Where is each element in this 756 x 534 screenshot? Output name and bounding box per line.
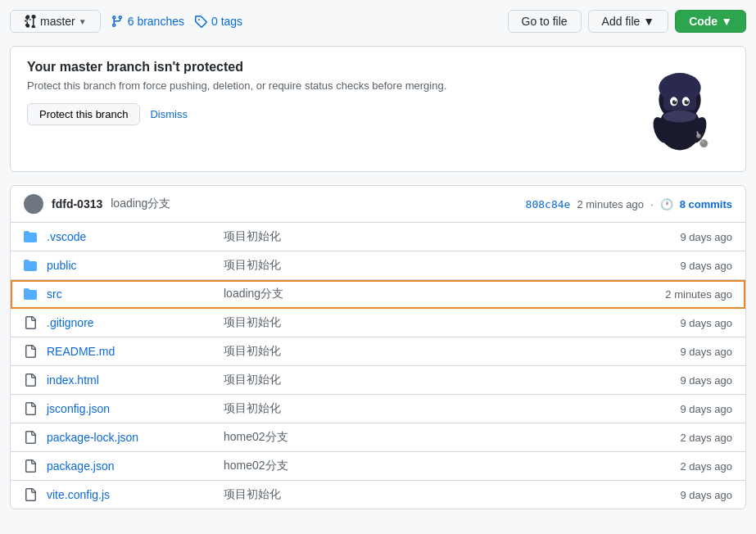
file-name[interactable]: index.html — [47, 373, 211, 387]
code-button[interactable]: Code ▼ — [675, 10, 746, 33]
commits-count: 8 commits — [680, 198, 732, 210]
commit-meta: 808c84e 2 minutes ago · 🕐 8 commits — [526, 198, 732, 210]
folder-icon — [24, 230, 40, 243]
file-message: loading分支 — [211, 287, 665, 301]
file-time: 2 minutes ago — [665, 288, 732, 301]
file-table: fdfd-0313 loading分支 808c84e 2 minutes ag… — [10, 185, 746, 509]
banner-title: Your master branch isn't protected — [27, 60, 631, 75]
table-row: README.md项目初始化9 days ago — [11, 337, 745, 366]
file-time: 9 days ago — [680, 317, 732, 329]
file-time: 9 days ago — [680, 260, 732, 272]
protection-banner: Your master branch isn't protected Prote… — [10, 46, 746, 172]
file-time: 2 days ago — [680, 460, 732, 473]
file-name[interactable]: package.json — [47, 459, 211, 473]
file-message: home02分支 — [211, 430, 680, 445]
folder-icon — [24, 287, 40, 301]
file-message: 项目初始化 — [211, 401, 680, 416]
file-name[interactable]: .vscode — [47, 230, 211, 243]
branch-icon — [24, 15, 37, 28]
file-icon — [24, 488, 40, 501]
table-row: index.html项目初始化9 days ago — [11, 366, 745, 395]
file-name[interactable]: package-lock.json — [47, 431, 211, 444]
table-row: package.jsonhome02分支2 days ago — [11, 452, 745, 481]
file-message: 项目初始化 — [211, 487, 680, 502]
commit-hash[interactable]: 808c84e — [526, 198, 571, 210]
banner-description: Protect this branch from force pushing, … — [27, 79, 631, 92]
table-row: .gitignore项目初始化9 days ago — [11, 309, 745, 337]
file-message: 项目初始化 — [211, 315, 680, 330]
file-message: 项目初始化 — [211, 344, 680, 359]
commit-time: 2 minutes ago — [577, 198, 644, 210]
file-name[interactable]: jsconfig.json — [47, 402, 211, 415]
file-name[interactable]: src — [47, 287, 211, 301]
banner-content: Your master branch isn't protected Prote… — [27, 60, 631, 125]
file-time: 9 days ago — [680, 403, 732, 415]
table-row: jsconfig.json项目初始化9 days ago — [11, 395, 745, 423]
branches-icon — [111, 15, 124, 28]
file-icon — [24, 345, 40, 358]
file-time: 9 days ago — [680, 374, 732, 387]
file-message: 项目初始化 — [211, 229, 680, 244]
file-icon — [24, 431, 40, 444]
folder-icon — [24, 259, 40, 272]
branch-selector[interactable]: master ▼ — [10, 10, 101, 33]
svg-point-6 — [672, 100, 677, 105]
clock-separator: · — [650, 198, 654, 210]
file-message: 项目初始化 — [211, 258, 680, 273]
file-message: home02分支 — [211, 459, 680, 473]
file-time: 2 days ago — [680, 432, 732, 444]
protect-branch-button[interactable]: Protect this branch — [27, 103, 140, 125]
file-icon — [24, 402, 40, 415]
avatar-icon — [24, 194, 43, 214]
svg-point-16 — [663, 111, 696, 123]
ninja-mascot — [631, 60, 729, 158]
svg-point-7 — [685, 100, 690, 105]
file-name[interactable]: README.md — [47, 345, 211, 358]
code-chevron: ▼ — [721, 15, 732, 28]
file-icon — [24, 459, 40, 473]
top-bar-actions: Go to file Add file ▼ Code ▼ — [508, 10, 746, 33]
file-icon — [24, 316, 40, 329]
file-rows: .vscode项目初始化9 days agopublic项目初始化9 days … — [11, 223, 745, 509]
file-time: 9 days ago — [680, 346, 732, 358]
commits-link[interactable]: 8 commits — [680, 198, 732, 210]
svg-point-17 — [30, 197, 37, 204]
file-icon — [24, 373, 40, 387]
file-name[interactable]: .gitignore — [47, 316, 211, 329]
table-row: .vscode项目初始化9 days ago — [11, 223, 745, 251]
file-name[interactable]: vite.config.js — [47, 488, 211, 501]
chevron-down-icon: ▼ — [79, 17, 87, 26]
commit-user[interactable]: fdfd-0313 — [52, 197, 102, 210]
table-row: srcloading分支2 minutes ago — [11, 280, 745, 309]
file-time: 9 days ago — [680, 489, 732, 501]
add-file-button[interactable]: Add file ▼ — [588, 10, 669, 33]
banner-actions: Protect this branch Dismiss — [27, 103, 631, 125]
go-to-file-button[interactable]: Go to file — [508, 10, 582, 33]
branch-name: master — [40, 15, 75, 28]
table-row: vite.config.js项目初始化9 days ago — [11, 481, 745, 509]
file-table-header: fdfd-0313 loading分支 808c84e 2 minutes ag… — [11, 186, 745, 223]
table-row: public项目初始化9 days ago — [11, 251, 745, 280]
commit-message: loading分支 — [111, 197, 170, 211]
avatar — [24, 194, 43, 214]
file-name[interactable]: public — [47, 259, 211, 272]
svg-point-18 — [28, 207, 39, 214]
dismiss-button[interactable]: Dismiss — [150, 108, 188, 120]
file-time: 9 days ago — [680, 231, 732, 243]
clock-icon: 🕐 — [660, 198, 673, 210]
svg-rect-3 — [663, 97, 696, 111]
top-bar: master ▼ 6 branches 0 tags Go to file Ad… — [10, 10, 746, 33]
tags-link[interactable]: 0 tags — [194, 15, 242, 28]
branches-link[interactable]: 6 branches — [111, 15, 184, 28]
table-row: package-lock.jsonhome02分支2 days ago — [11, 423, 745, 452]
branches-count: 6 branches — [128, 15, 184, 28]
tags-count: 0 tags — [211, 15, 242, 28]
add-file-chevron: ▼ — [643, 15, 654, 28]
svg-point-9 — [686, 100, 688, 102]
ninja-mascot-svg — [635, 64, 725, 154]
file-message: 项目初始化 — [211, 373, 680, 387]
tags-icon — [194, 15, 207, 28]
svg-point-8 — [675, 100, 677, 102]
